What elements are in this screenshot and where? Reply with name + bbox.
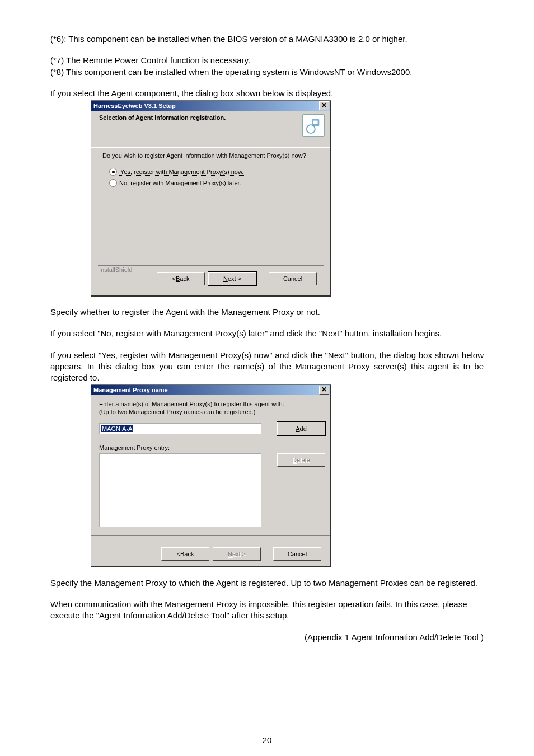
setup-icon	[302, 114, 325, 137]
back-button[interactable]: < Back	[161, 547, 209, 561]
proxy-entry-listbox[interactable]	[99, 453, 261, 527]
paragraph: If you select "Yes, register with Manage…	[50, 350, 484, 384]
close-icon: ✕	[321, 101, 327, 109]
page-number: 20	[0, 735, 534, 745]
paragraph: When communication with the Management P…	[50, 599, 484, 622]
paragraph: (*6): This component can be installed wh…	[50, 34, 484, 45]
close-button[interactable]: ✕	[319, 101, 329, 110]
add-button[interactable]: Add	[277, 422, 325, 435]
dialog-prompt: Do you wish to register Agent informatio…	[102, 152, 319, 159]
paragraph: Specify whether to register the Agent wi…	[50, 307, 484, 318]
instruction-line2: (Up to two Management Proxy names can be…	[99, 408, 322, 416]
radio-label: Yes, register with Management Proxy(s) n…	[119, 168, 245, 175]
appendix-reference: (Appendix 1 Agent Information Add/Delete…	[50, 632, 484, 643]
close-button[interactable]: ✕	[319, 386, 329, 395]
agent-registration-dialog: HarnessEye/web V3.1 Setup ✕ Selection of…	[91, 100, 331, 297]
dialog-title: Management Proxy name	[93, 387, 168, 393]
paragraph: (*7) The Remote Power Control function i…	[50, 55, 484, 66]
next-button[interactable]: Next >	[213, 547, 261, 561]
radio-register-now[interactable]: Yes, register with Management Proxy(s) n…	[109, 168, 319, 176]
svg-rect-2	[313, 121, 318, 124]
cancel-button[interactable]: Cancel	[269, 272, 317, 285]
radio-icon	[109, 168, 117, 176]
radio-label: No, register with Management Proxy(s) la…	[119, 180, 241, 186]
instruction-line1: Enter a name(s) of Management Proxy(s) t…	[99, 401, 322, 408]
cancel-button[interactable]: Cancel	[273, 547, 321, 561]
proxy-entry-label: Management Proxy entry:	[99, 444, 322, 451]
titlebar: HarnessEye/web V3.1 Setup ✕	[91, 101, 330, 111]
paragraph: Specify the Management Proxy to which th…	[50, 577, 484, 589]
proxy-name-input[interactable]: MAGNIA-A	[99, 423, 261, 434]
radio-register-later[interactable]: No, register with Management Proxy(s) la…	[109, 179, 319, 187]
radio-icon	[109, 179, 117, 187]
dialog-title: HarnessEye/web V3.1 Setup	[93, 102, 176, 109]
management-proxy-name-dialog: Management Proxy name ✕ Enter a name(s) …	[91, 384, 331, 567]
dialog-subtitle: Selection of Agent information registrat…	[99, 114, 226, 121]
paragraph: (*8) This component can be installed whe…	[50, 67, 484, 78]
paragraph: If you select "No, register with Managem…	[50, 328, 484, 339]
installshield-legend: InstallShield	[98, 266, 133, 273]
input-value: MAGNIA-A	[101, 425, 133, 432]
titlebar: Management Proxy name ✕	[91, 385, 330, 395]
back-button[interactable]: < Back	[157, 272, 205, 285]
paragraph: If you select the Agent component, the d…	[50, 88, 484, 99]
delete-button[interactable]: Delete	[277, 453, 325, 467]
close-icon: ✕	[321, 386, 327, 393]
next-button[interactable]: Next >	[208, 272, 256, 285]
